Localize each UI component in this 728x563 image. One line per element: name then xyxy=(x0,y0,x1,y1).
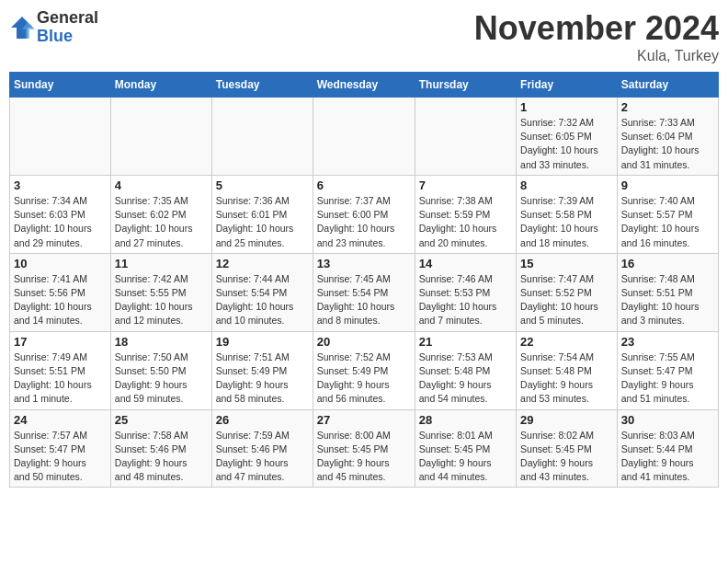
calendar-cell: 16Sunrise: 7:48 AM Sunset: 5:51 PM Dayli… xyxy=(617,253,718,331)
calendar-week-3: 10Sunrise: 7:41 AM Sunset: 5:56 PM Dayli… xyxy=(10,253,719,331)
weekday-header-saturday: Saturday xyxy=(617,73,718,98)
day-number: 21 xyxy=(419,335,512,349)
calendar-cell xyxy=(211,98,313,176)
calendar-cell: 7Sunrise: 7:38 AM Sunset: 5:59 PM Daylig… xyxy=(415,175,516,253)
day-number: 20 xyxy=(317,335,411,349)
day-info: Sunrise: 7:38 AM Sunset: 5:59 PM Dayligh… xyxy=(419,194,512,250)
calendar-table: SundayMondayTuesdayWednesdayThursdayFrid… xyxy=(9,72,719,488)
day-info: Sunrise: 7:37 AM Sunset: 6:00 PM Dayligh… xyxy=(317,194,411,250)
calendar-cell: 27Sunrise: 8:00 AM Sunset: 5:45 PM Dayli… xyxy=(313,409,415,488)
day-info: Sunrise: 7:55 AM Sunset: 5:47 PM Dayligh… xyxy=(621,350,714,407)
day-number: 19 xyxy=(216,335,309,349)
day-number: 2 xyxy=(621,100,714,114)
calendar-cell: 26Sunrise: 7:59 AM Sunset: 5:46 PM Dayli… xyxy=(211,409,313,488)
calendar-cell: 14Sunrise: 7:46 AM Sunset: 5:53 PM Dayli… xyxy=(415,253,516,331)
weekday-header-friday: Friday xyxy=(517,73,618,98)
logo-icon xyxy=(9,15,35,40)
day-info: Sunrise: 7:40 AM Sunset: 5:57 PM Dayligh… xyxy=(621,194,714,250)
calendar-cell: 13Sunrise: 7:45 AM Sunset: 5:54 PM Dayli… xyxy=(313,253,415,331)
day-number: 24 xyxy=(14,413,107,427)
calendar-cell: 12Sunrise: 7:44 AM Sunset: 5:54 PM Dayli… xyxy=(211,253,313,331)
day-info: Sunrise: 7:58 AM Sunset: 5:46 PM Dayligh… xyxy=(115,429,208,485)
day-info: Sunrise: 7:34 AM Sunset: 6:03 PM Dayligh… xyxy=(14,194,107,250)
day-number: 28 xyxy=(419,413,512,427)
day-info: Sunrise: 7:39 AM Sunset: 5:58 PM Dayligh… xyxy=(520,194,613,250)
calendar-cell: 21Sunrise: 7:53 AM Sunset: 5:48 PM Dayli… xyxy=(415,331,516,409)
calendar-cell: 22Sunrise: 7:54 AM Sunset: 5:48 PM Dayli… xyxy=(517,331,618,409)
day-number: 3 xyxy=(14,178,107,192)
logo-blue: Blue xyxy=(37,28,98,46)
weekday-header-row: SundayMondayTuesdayWednesdayThursdayFrid… xyxy=(10,73,719,98)
calendar-cell: 6Sunrise: 7:37 AM Sunset: 6:00 PM Daylig… xyxy=(313,175,415,253)
calendar-cell xyxy=(10,98,111,176)
weekday-header-monday: Monday xyxy=(110,73,211,98)
day-info: Sunrise: 7:41 AM Sunset: 5:56 PM Dayligh… xyxy=(14,272,107,328)
day-number: 8 xyxy=(520,178,613,192)
calendar-cell: 20Sunrise: 7:52 AM Sunset: 5:49 PM Dayli… xyxy=(313,331,415,409)
calendar-cell: 2Sunrise: 7:33 AM Sunset: 6:04 PM Daylig… xyxy=(617,98,718,176)
calendar-cell: 1Sunrise: 7:32 AM Sunset: 6:05 PM Daylig… xyxy=(517,98,618,176)
day-info: Sunrise: 7:42 AM Sunset: 5:55 PM Dayligh… xyxy=(115,272,208,328)
calendar-cell: 25Sunrise: 7:58 AM Sunset: 5:46 PM Dayli… xyxy=(110,409,211,488)
day-number: 30 xyxy=(621,413,714,427)
day-info: Sunrise: 7:49 AM Sunset: 5:51 PM Dayligh… xyxy=(14,350,107,407)
day-number: 29 xyxy=(520,413,613,427)
calendar-cell: 10Sunrise: 7:41 AM Sunset: 5:56 PM Dayli… xyxy=(10,253,111,331)
location: Kula, Turkey xyxy=(474,48,719,64)
day-number: 26 xyxy=(216,413,309,427)
weekday-header-thursday: Thursday xyxy=(415,73,516,98)
day-number: 17 xyxy=(14,335,107,349)
day-number: 13 xyxy=(317,257,411,270)
calendar-cell xyxy=(313,98,415,176)
day-info: Sunrise: 7:32 AM Sunset: 6:05 PM Dayligh… xyxy=(520,116,613,172)
day-info: Sunrise: 7:45 AM Sunset: 5:54 PM Dayligh… xyxy=(317,272,411,328)
day-number: 18 xyxy=(115,335,208,349)
calendar-cell: 17Sunrise: 7:49 AM Sunset: 5:51 PM Dayli… xyxy=(10,331,111,409)
calendar-cell: 4Sunrise: 7:35 AM Sunset: 6:02 PM Daylig… xyxy=(110,175,211,253)
day-info: Sunrise: 8:02 AM Sunset: 5:45 PM Dayligh… xyxy=(520,429,613,485)
calendar-cell: 24Sunrise: 7:57 AM Sunset: 5:47 PM Dayli… xyxy=(10,409,111,488)
day-info: Sunrise: 8:00 AM Sunset: 5:45 PM Dayligh… xyxy=(317,429,411,485)
day-number: 4 xyxy=(115,178,208,192)
day-number: 1 xyxy=(520,100,613,114)
day-info: Sunrise: 7:57 AM Sunset: 5:47 PM Dayligh… xyxy=(14,429,107,485)
day-number: 9 xyxy=(621,178,714,192)
day-info: Sunrise: 7:52 AM Sunset: 5:49 PM Dayligh… xyxy=(317,350,411,407)
calendar-cell xyxy=(110,98,211,176)
day-number: 6 xyxy=(317,178,411,192)
weekday-header-tuesday: Tuesday xyxy=(211,73,313,98)
calendar-cell: 19Sunrise: 7:51 AM Sunset: 5:49 PM Dayli… xyxy=(211,331,313,409)
calendar-week-5: 24Sunrise: 7:57 AM Sunset: 5:47 PM Dayli… xyxy=(10,409,719,488)
logo-text: General Blue xyxy=(37,9,98,46)
day-number: 23 xyxy=(621,335,714,349)
calendar-cell: 3Sunrise: 7:34 AM Sunset: 6:03 PM Daylig… xyxy=(10,175,111,253)
day-info: Sunrise: 7:59 AM Sunset: 5:46 PM Dayligh… xyxy=(216,429,309,485)
calendar-cell: 29Sunrise: 8:02 AM Sunset: 5:45 PM Dayli… xyxy=(517,409,618,488)
day-info: Sunrise: 7:51 AM Sunset: 5:49 PM Dayligh… xyxy=(216,350,309,407)
day-number: 14 xyxy=(419,257,512,270)
day-info: Sunrise: 7:36 AM Sunset: 6:01 PM Dayligh… xyxy=(216,194,309,250)
day-info: Sunrise: 7:35 AM Sunset: 6:02 PM Dayligh… xyxy=(115,194,208,250)
day-info: Sunrise: 7:53 AM Sunset: 5:48 PM Dayligh… xyxy=(419,350,512,407)
calendar-cell: 11Sunrise: 7:42 AM Sunset: 5:55 PM Dayli… xyxy=(110,253,211,331)
day-number: 16 xyxy=(621,257,714,270)
day-number: 7 xyxy=(419,178,512,192)
calendar-cell: 23Sunrise: 7:55 AM Sunset: 5:47 PM Dayli… xyxy=(617,331,718,409)
day-info: Sunrise: 7:48 AM Sunset: 5:51 PM Dayligh… xyxy=(621,272,714,328)
day-info: Sunrise: 7:46 AM Sunset: 5:53 PM Dayligh… xyxy=(419,272,512,328)
calendar-cell: 28Sunrise: 8:01 AM Sunset: 5:45 PM Dayli… xyxy=(415,409,516,488)
calendar-cell: 30Sunrise: 8:03 AM Sunset: 5:44 PM Dayli… xyxy=(617,409,718,488)
weekday-header-sunday: Sunday xyxy=(10,73,111,98)
month-title: November 2024 xyxy=(474,9,719,48)
day-number: 10 xyxy=(14,257,107,270)
page-header: General Blue November 2024 Kula, Turkey xyxy=(9,9,719,64)
day-number: 15 xyxy=(520,257,613,270)
day-info: Sunrise: 8:03 AM Sunset: 5:44 PM Dayligh… xyxy=(621,429,714,485)
calendar-cell: 8Sunrise: 7:39 AM Sunset: 5:58 PM Daylig… xyxy=(517,175,618,253)
day-info: Sunrise: 8:01 AM Sunset: 5:45 PM Dayligh… xyxy=(419,429,512,485)
logo: General Blue xyxy=(9,9,98,46)
calendar-week-4: 17Sunrise: 7:49 AM Sunset: 5:51 PM Dayli… xyxy=(10,331,719,409)
calendar-week-1: 1Sunrise: 7:32 AM Sunset: 6:05 PM Daylig… xyxy=(10,98,719,176)
day-number: 11 xyxy=(115,257,208,270)
calendar-cell: 5Sunrise: 7:36 AM Sunset: 6:01 PM Daylig… xyxy=(211,175,313,253)
